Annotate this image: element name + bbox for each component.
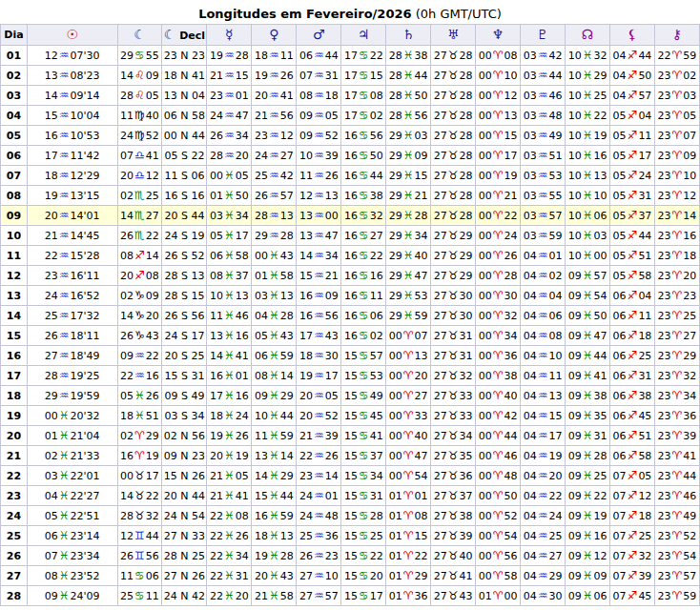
minutes-value: 30 — [460, 290, 473, 302]
minutes-value: 22 — [370, 50, 383, 62]
cell-uranus: 27♉29 — [431, 246, 476, 266]
minutes-value: 54 — [683, 550, 696, 562]
minutes-value: 23 — [325, 550, 339, 562]
cell-venus: 11♓59 — [252, 426, 297, 446]
degrees-value: 16 — [344, 230, 358, 242]
degrees-value: 00 — [389, 430, 402, 442]
cell-mercury: 17♓16 — [207, 386, 252, 406]
sagittarius-sign-icon: ♐ — [628, 250, 638, 261]
position-value: 03♒51 — [522, 150, 564, 162]
cell-uranus: 27♉38 — [431, 506, 476, 526]
day-cell: 28 — [1, 586, 28, 606]
minutes-value: 42 — [548, 50, 562, 62]
taurus-sign-icon: ♉ — [448, 330, 459, 341]
taurus-sign-icon: ♉ — [448, 350, 459, 361]
cell-chiron: 23♈25 — [654, 306, 699, 326]
cell-moon: 07♎41 — [117, 146, 162, 166]
cancer-sign-icon: ♋ — [359, 190, 369, 201]
position-value: 27♉33 — [432, 410, 474, 422]
position-value: 03♓34 — [208, 210, 250, 222]
degrees-value: 10 — [568, 230, 582, 242]
minutes-value: 00 — [593, 250, 607, 262]
position-value: 29♓15 — [387, 170, 429, 182]
position-value: 09♓31 — [566, 430, 608, 442]
aquarius-sign-icon: ♒ — [314, 570, 324, 581]
position-value: 10♓00 — [566, 250, 608, 262]
minutes-value: 26 — [504, 250, 518, 262]
cell-moon-decl: 15 N 26 — [162, 466, 207, 486]
aquarius-sign-icon: ♒ — [224, 110, 235, 121]
aries-sign-icon: ♈ — [672, 390, 683, 401]
minutes-value: 11 — [370, 290, 383, 302]
degrees-value: 01 — [210, 190, 223, 202]
cell-lilith: 06♐38 — [610, 386, 655, 406]
sagittarius-sign-icon: ♐ — [628, 430, 638, 441]
cancer-sign-icon: ♋ — [359, 130, 369, 141]
minutes-value: 31 — [638, 370, 651, 382]
minutes-value: 58 — [504, 570, 518, 582]
minutes-value: 32 — [593, 50, 607, 62]
cell-neptune: 00♈13 — [476, 106, 521, 126]
position-value: 00♈54 — [387, 470, 429, 482]
position-value: 22♓08 — [208, 510, 250, 522]
minutes-value: 41 — [236, 350, 249, 362]
cell-venus: 16♓59 — [252, 506, 297, 526]
minutes-value: 44 — [548, 70, 562, 82]
degrees-value: 16 — [210, 370, 223, 382]
aquarius-sign-icon: ♒ — [314, 190, 324, 201]
position-value: 23♈44 — [656, 470, 698, 482]
minutes-value: 08 — [236, 510, 249, 522]
aries-sign-icon: ♈ — [493, 170, 504, 181]
pisces-sign-icon: ♓ — [583, 310, 593, 321]
cancer-sign-icon: ♋ — [359, 270, 369, 281]
cell-mars: 14♒34 — [297, 246, 341, 266]
position-value: 18♒11 — [253, 50, 295, 62]
position-value: 22♈59 — [656, 50, 698, 62]
minutes-value: 17 — [146, 470, 159, 482]
degrees-value: 04 — [255, 310, 268, 322]
minutes-value: 08 — [146, 270, 159, 282]
minutes-value: 24 — [504, 230, 518, 242]
degrees-value: 16 — [255, 510, 268, 522]
taurus-sign-icon: ♉ — [448, 190, 459, 201]
cell-chiron: 23♈54 — [654, 546, 699, 566]
degrees-value: 26 — [120, 330, 134, 342]
cell-sun: 22♒15'28 — [27, 246, 117, 266]
degrees-value: 23 — [658, 290, 671, 302]
degrees-value: 00 — [479, 70, 492, 82]
degrees-value: 19 — [210, 50, 223, 62]
degrees-value: 03 — [524, 210, 537, 222]
position-value: 01♈08 — [387, 510, 429, 522]
cell-jupiter: 15♋28 — [341, 506, 386, 526]
degrees-value: 10 — [299, 150, 313, 162]
aquarius-sign-icon: ♒ — [314, 290, 324, 301]
cell-lilith: 07♐39 — [610, 566, 655, 586]
degrees-value: 18 — [299, 350, 313, 362]
aquarius-sign-icon: ♒ — [314, 490, 324, 501]
minutes-value: 48 — [548, 110, 562, 122]
cell-chiron: 23♈52 — [654, 526, 699, 546]
cell-lilith: 07♐18 — [610, 506, 655, 526]
cell-mars: 23♒14 — [297, 466, 341, 486]
table-row: 1223♒16'1120♐0828 S 1308♓3701♓5815♒2116♋… — [1, 266, 700, 286]
position-value: 23♈32 — [656, 370, 698, 382]
cell-saturn: 28♓56 — [386, 106, 431, 126]
degrees-value: 06 — [613, 410, 627, 422]
aquarius-sign-icon: ♒ — [314, 310, 324, 321]
minutes-value: 58 — [638, 270, 651, 282]
minutes-value: 21 — [325, 270, 339, 282]
minutes-value: 25 — [548, 530, 562, 542]
degrees-value: 00 — [255, 250, 268, 262]
cell-pluto: 04♒22 — [521, 486, 566, 506]
cell-mercury: 22♓26 — [207, 526, 252, 546]
minutes-value: 06 — [548, 310, 562, 322]
degrees-value: 10 — [568, 90, 582, 102]
taurus-sign-icon: ♉ — [448, 410, 459, 421]
minutes-value: 51 — [638, 430, 651, 442]
aries-sign-icon: ♈ — [493, 530, 504, 541]
cell-uranus: 27♉33 — [431, 406, 476, 426]
cell-mars: 07♒31 — [297, 66, 341, 86]
minutes-value: 41 — [683, 450, 696, 462]
taurus-sign-icon: ♉ — [448, 110, 459, 121]
scorpio-sign-icon: ♏ — [134, 230, 145, 241]
